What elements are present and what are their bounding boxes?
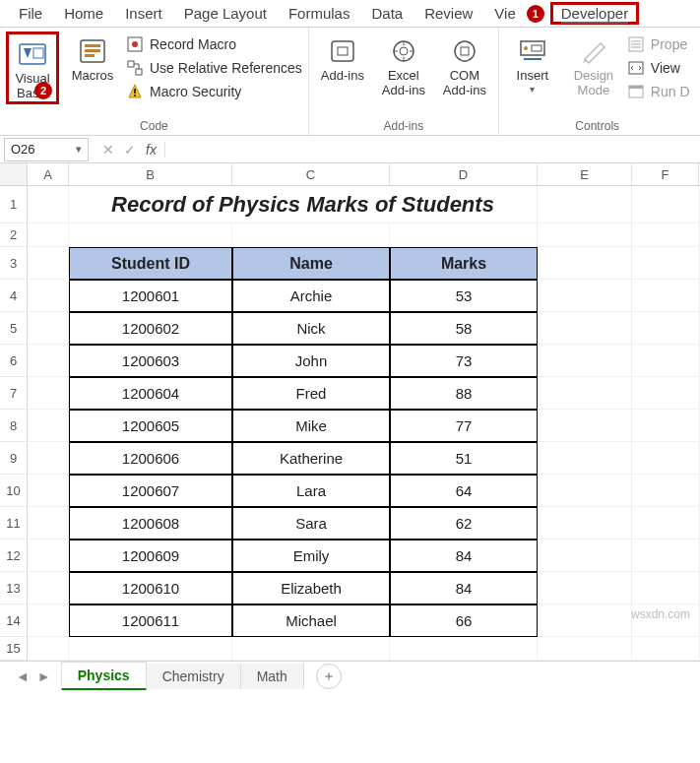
cell-name[interactable]: Fred [232, 377, 390, 410]
cell-name[interactable]: Mike [232, 410, 390, 442]
tab-page-layout[interactable]: Page Layout [173, 2, 278, 25]
row-header[interactable]: 1 [0, 186, 28, 223]
row-header[interactable]: 9 [0, 442, 28, 475]
cell-id[interactable]: 1200604 [69, 377, 232, 410]
cell[interactable] [28, 604, 69, 637]
row-header[interactable]: 3 [0, 247, 28, 280]
table-header-marks[interactable]: Marks [390, 247, 538, 280]
cell-id[interactable]: 1200607 [69, 475, 232, 507]
cell[interactable] [390, 637, 538, 661]
macros-button[interactable]: Macros [65, 32, 120, 84]
cell[interactable] [28, 247, 69, 280]
accept-icon[interactable]: ✓ [124, 142, 136, 158]
row-header[interactable]: 5 [0, 312, 28, 345]
cell[interactable] [538, 312, 632, 345]
name-box[interactable]: O26 ▾ [4, 138, 89, 161]
next-sheet-icon[interactable]: ► [37, 668, 51, 684]
cell[interactable] [538, 507, 632, 540]
cell-name[interactable]: Emily [232, 540, 390, 572]
cell[interactable] [632, 540, 699, 572]
select-all-corner[interactable] [0, 163, 28, 185]
cell[interactable] [632, 442, 699, 475]
cell-name[interactable]: Nick [232, 312, 390, 345]
cell-marks[interactable]: 62 [390, 507, 538, 540]
cell[interactable] [538, 604, 632, 637]
cell[interactable] [28, 223, 69, 247]
cell-name[interactable]: Michael [232, 604, 390, 637]
cell[interactable] [28, 410, 69, 442]
cell-id[interactable]: 1200610 [69, 572, 232, 604]
cell[interactable] [632, 223, 699, 247]
cell[interactable] [232, 223, 390, 247]
cell[interactable] [538, 572, 632, 604]
cell-name[interactable]: John [232, 345, 390, 377]
sheet-tab-chemistry[interactable]: Chemistry [147, 664, 241, 689]
col-header-c[interactable]: C [232, 163, 390, 185]
cell-name[interactable]: Katherine [232, 442, 390, 475]
title-cell[interactable]: Record of Physics Marks of Students [69, 186, 538, 223]
tab-developer[interactable]: Developer [550, 2, 639, 25]
cell-marks[interactable]: 58 [390, 312, 538, 345]
tab-data[interactable]: Data [360, 2, 414, 25]
cell[interactable] [538, 223, 632, 247]
row-header[interactable]: 12 [0, 540, 28, 572]
cell[interactable] [632, 377, 699, 410]
cell[interactable] [232, 637, 390, 661]
cell[interactable] [69, 223, 232, 247]
cell[interactable] [632, 312, 699, 345]
cell-id[interactable]: 1200608 [69, 507, 232, 540]
row-header[interactable]: 11 [0, 507, 28, 540]
tab-review[interactable]: Review [414, 2, 483, 25]
cell-marks[interactable]: 84 [390, 572, 538, 604]
cell[interactable] [538, 247, 632, 280]
cell[interactable] [632, 572, 699, 604]
cell[interactable] [28, 540, 69, 572]
use-relative-button[interactable]: Use Relative References [126, 59, 302, 77]
cell[interactable] [632, 345, 699, 377]
col-header-f[interactable]: F [632, 163, 699, 185]
cell-id[interactable]: 1200611 [69, 604, 232, 637]
cell[interactable] [538, 186, 632, 223]
cell[interactable] [632, 247, 699, 280]
cell-marks[interactable]: 73 [390, 345, 538, 377]
cell[interactable] [632, 475, 699, 507]
cell[interactable] [69, 637, 232, 661]
col-header-e[interactable]: E [538, 163, 632, 185]
tab-home[interactable]: Home [53, 2, 114, 25]
cell[interactable] [28, 345, 69, 377]
row-header[interactable]: 14 [0, 604, 28, 637]
formula-input[interactable] [165, 136, 700, 162]
row-header[interactable]: 10 [0, 475, 28, 507]
cell[interactable] [28, 507, 69, 540]
view-code-button[interactable]: View [627, 59, 690, 77]
cell-marks[interactable]: 64 [390, 475, 538, 507]
cell-name[interactable]: Elizabeth [232, 572, 390, 604]
properties-button[interactable]: Prope [627, 35, 690, 53]
fx-icon[interactable]: fx [146, 142, 165, 158]
row-header[interactable]: 7 [0, 377, 28, 410]
row-header[interactable]: 2 [0, 223, 28, 247]
cell[interactable] [538, 442, 632, 475]
cell[interactable] [632, 186, 699, 223]
cell[interactable] [538, 280, 632, 312]
cell-id[interactable]: 1200606 [69, 442, 232, 475]
row-header[interactable]: 8 [0, 410, 28, 442]
cell-name[interactable]: Sara [232, 507, 390, 540]
com-addins-button[interactable]: COM Add-ins [437, 32, 492, 98]
tab-formulas[interactable]: Formulas [278, 2, 361, 25]
col-header-d[interactable]: D [390, 163, 538, 185]
tab-file[interactable]: File [8, 2, 53, 25]
record-macro-button[interactable]: Record Macro [126, 35, 302, 53]
table-header-name[interactable]: Name [232, 247, 390, 280]
cell[interactable] [632, 637, 699, 661]
row-header[interactable]: 15 [0, 637, 28, 661]
row-header[interactable]: 6 [0, 345, 28, 377]
cell[interactable] [538, 410, 632, 442]
macro-security-button[interactable]: Macro Security [126, 83, 302, 100]
design-mode-button[interactable]: Design Mode [566, 32, 621, 98]
cell[interactable] [28, 572, 69, 604]
cell[interactable] [28, 280, 69, 312]
cell[interactable] [538, 377, 632, 410]
row-header[interactable]: 4 [0, 280, 28, 312]
cell-id[interactable]: 1200609 [69, 540, 232, 572]
